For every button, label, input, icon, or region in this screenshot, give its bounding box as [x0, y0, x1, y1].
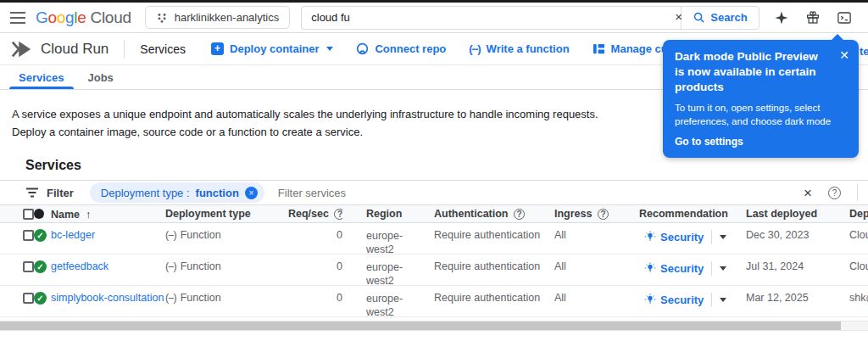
row-checkbox[interactable]: [23, 261, 34, 272]
authentication-value: Require authentication: [434, 286, 554, 304]
header-name[interactable]: Name↑: [51, 208, 165, 221]
service-link[interactable]: simplybook-consultation: [51, 292, 164, 304]
deployment-type-value: Function: [181, 260, 221, 272]
services-section-title: Services: [25, 158, 868, 173]
header-deployment-type[interactable]: Deployment type: [165, 208, 288, 220]
divider: [124, 40, 125, 59]
logo-letter: G: [36, 8, 47, 27]
region-value: europe-west2: [366, 292, 415, 319]
deploy-container-button[interactable]: + Deploy container: [211, 42, 333, 55]
clear-filters-icon[interactable]: ×: [804, 186, 812, 200]
deployed-by-value: Cloud: [837, 223, 868, 241]
chevron-down-icon[interactable]: [720, 235, 726, 239]
deploy-container-label: Deploy container: [230, 42, 319, 55]
search-button[interactable]: Search: [681, 6, 759, 30]
header-region[interactable]: Region: [366, 208, 434, 220]
table-row: ✓ bc-ledger (--)Function 0 europe-west2 …: [0, 223, 868, 255]
authentication-value: Require authentication: [434, 223, 554, 241]
security-recommendation-button[interactable]: Security: [644, 288, 726, 310]
ingress-help-icon[interactable]: ?: [598, 209, 609, 220]
filter-chip-deployment-type[interactable]: Deployment type : function ×: [90, 182, 264, 203]
topbar: G o o g l e Cloud harklinikken-analytics…: [0, 3, 868, 33]
header-authentication[interactable]: Authentication ?: [434, 208, 554, 220]
header-deployment-type-label: Deployment type: [165, 208, 251, 220]
req-sec-help-icon[interactable]: ?: [334, 209, 342, 220]
function-icon: (--): [165, 229, 176, 241]
security-recommendation-button[interactable]: Security: [644, 226, 726, 248]
search-clear-icon[interactable]: ×: [671, 9, 687, 24]
select-all-checkbox[interactable]: [23, 209, 34, 220]
chevron-down-icon[interactable]: [720, 298, 726, 302]
write-function-button[interactable]: (--) Write a function: [469, 42, 569, 55]
header-deployed-by[interactable]: Deplo: [837, 208, 868, 220]
tab-services[interactable]: Services: [7, 65, 76, 89]
sort-ascending-icon[interactable]: ↑: [86, 208, 92, 221]
gift-icon[interactable]: [805, 10, 821, 25]
popup-caret: [831, 34, 844, 41]
filter-services-input[interactable]: [278, 187, 804, 199]
divider: [711, 261, 712, 276]
filter-help-icon[interactable]: ?: [828, 187, 841, 199]
ingress-value: All: [554, 255, 639, 272]
go-to-settings-link[interactable]: Go to settings: [675, 136, 847, 148]
chip-remove-icon[interactable]: ×: [245, 187, 258, 199]
header-deployed-by-label: Deplo: [849, 208, 868, 220]
filter-icon[interactable]: [25, 187, 39, 198]
service-link[interactable]: bc-ledger: [51, 229, 95, 241]
function-icon: (--): [165, 292, 176, 304]
horizontal-scrollbar[interactable]: [0, 321, 868, 331]
connect-repo-label: Connect repo: [375, 42, 446, 55]
req-sec-value: 0: [288, 286, 342, 304]
google-cloud-logo[interactable]: G o o g l e Cloud: [36, 8, 131, 27]
deployment-type-value: Function: [181, 229, 221, 241]
cut-off-toolbar-label: te: [860, 45, 868, 58]
write-function-label: Write a function: [487, 42, 570, 55]
header-last-deployed-label: Last deployed: [746, 208, 817, 220]
filter-chip-value: function: [196, 187, 239, 199]
header-ingress-label: Ingress: [554, 208, 592, 220]
header-recommendation[interactable]: Recommendation: [639, 208, 743, 220]
status-ok-icon: ✓: [34, 292, 47, 305]
security-label: Security: [660, 294, 704, 306]
header-authentication-label: Authentication: [434, 208, 509, 220]
hamburger-menu-icon[interactable]: [10, 9, 25, 26]
filter-label: Filter: [47, 187, 74, 199]
logo-letter: e: [77, 8, 86, 27]
tab-services-label: Services: [19, 71, 64, 84]
security-label: Security: [660, 262, 704, 275]
product-title: Cloud Run: [41, 41, 108, 58]
tab-jobs[interactable]: Jobs: [76, 65, 125, 89]
table-row: ✓ simplybook-consultation (--)Function 0…: [0, 286, 868, 317]
search-input[interactable]: [301, 6, 681, 30]
cloud-shell-icon[interactable]: [837, 10, 852, 25]
req-sec-value: 0: [288, 223, 342, 241]
header-last-deployed[interactable]: Last deployed: [743, 208, 837, 220]
header-ingress[interactable]: Ingress ?: [554, 208, 639, 220]
connect-repo-button[interactable]: Connect repo: [356, 42, 446, 55]
lightbulb-icon: [644, 294, 656, 305]
search-bar: × Search: [301, 6, 759, 30]
security-recommendation-button[interactable]: Security: [644, 257, 726, 279]
row-checkbox[interactable]: [23, 293, 34, 304]
domains-icon: [593, 42, 605, 55]
tab-jobs-label: Jobs: [88, 71, 114, 84]
header-req-sec[interactable]: Req/sec ?: [288, 208, 342, 220]
last-deployed-value: Mar 12, 2025: [743, 286, 837, 304]
authentication-help-icon[interactable]: ?: [514, 209, 525, 220]
last-deployed-value: Dec 30, 2023: [743, 223, 837, 241]
header-req-sec-label: Req/sec: [288, 208, 329, 220]
project-selector[interactable]: harklinikken-analytics: [145, 6, 291, 29]
search-icon: [693, 11, 705, 24]
header-region-label: Region: [366, 208, 402, 220]
popup-close-icon[interactable]: ✕: [839, 49, 849, 61]
status-ok-icon: ✓: [34, 229, 47, 242]
chevron-down-icon[interactable]: [720, 266, 726, 271]
scrollbar-thumb[interactable]: [0, 322, 841, 330]
authentication-value: Require authentication: [434, 255, 554, 272]
deployed-by-value: Cloud: [837, 255, 868, 272]
row-checkbox[interactable]: [23, 230, 34, 241]
service-link[interactable]: getfeedback: [51, 260, 108, 272]
req-sec-value: 0: [288, 255, 342, 272]
lightbulb-icon: [644, 231, 656, 243]
gemini-sparkle-icon[interactable]: [774, 10, 789, 25]
